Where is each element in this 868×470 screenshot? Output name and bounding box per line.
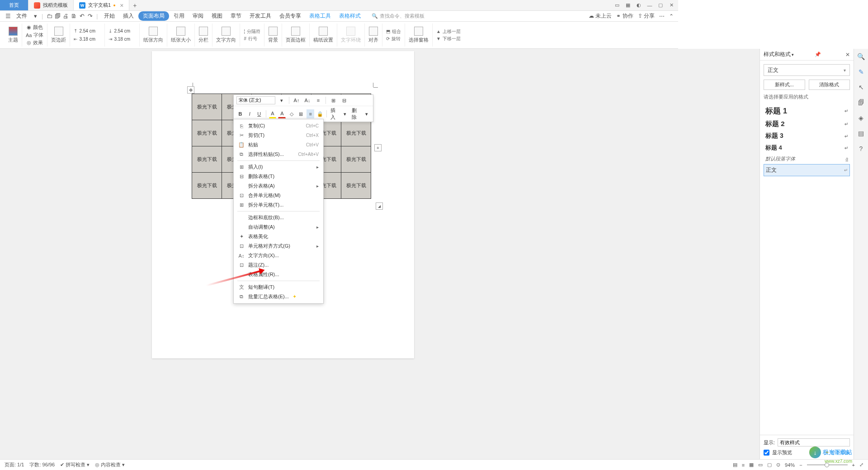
ctx-caption[interactable]: ⊡题注(Z)... — [234, 260, 323, 270]
font-color-icon[interactable]: A — [278, 109, 286, 118]
ctx-paste-special[interactable]: ⧉选择性粘贴(S)...Ctrl+Alt+V — [234, 150, 323, 159]
menu-table-style[interactable]: 表格样式 — [335, 11, 364, 21]
tab-document[interactable]: W 文字文稿1 × — [74, 0, 129, 10]
save-as-icon[interactable]: 🗐 — [54, 13, 61, 20]
increase-font-icon[interactable]: A↑ — [292, 96, 301, 105]
ribbon-selection-pane[interactable]: 选择窗格 — [405, 24, 433, 47]
ribbon-theme[interactable]: 主题 — [5, 24, 22, 47]
undo-icon[interactable]: ↶ — [78, 13, 85, 20]
ctx-merge-cell[interactable]: ⊡合并单元格(M) — [234, 191, 323, 200]
color-icon[interactable]: ◉ — [27, 24, 31, 30]
document-page[interactable]: ✥ 极光下载极光下载极光下载极光下载极光下载极光下载极光下载极光下载极光下载极光… — [152, 51, 414, 358]
collapse-ribbon-icon[interactable]: ⌃ — [669, 13, 674, 19]
tab-add[interactable]: + — [129, 0, 140, 10]
ctx-text-direction[interactable]: A↕文字方向(X)... — [234, 251, 323, 260]
chevron-down-icon[interactable]: ▾ — [32, 13, 39, 20]
ctx-cell-align[interactable]: ⊡单元格对齐方式(G)▸ — [234, 241, 323, 251]
ribbon-page-border[interactable]: 页面边框 — [282, 24, 310, 47]
ctx-autofit[interactable]: 自动调整(A)▸ — [234, 222, 323, 232]
menu-file[interactable]: 文件 — [13, 11, 31, 21]
table-cell[interactable]: 极光下载 — [192, 94, 222, 120]
lock-icon[interactable]: 🔒 — [316, 109, 324, 118]
indent-top-input[interactable] — [79, 28, 101, 35]
delete-menu-caret[interactable]: ▾ — [363, 109, 370, 118]
ctx-cut[interactable]: ✂剪切(T)Ctrl+X — [234, 131, 323, 140]
insert-icon[interactable]: ⊞ — [329, 96, 338, 105]
italic-icon[interactable]: I — [246, 109, 254, 118]
menu-review[interactable]: 审阅 — [189, 11, 207, 21]
group-icon[interactable]: ⬒ — [386, 29, 390, 34]
skin-icon[interactable]: ◐ — [636, 2, 642, 9]
rotate-icon[interactable]: ⟳ — [386, 36, 390, 41]
search-box[interactable]: 🔍 查找命令、搜索模板 — [372, 13, 425, 19]
linenum-icon[interactable]: # — [244, 36, 246, 41]
ribbon-background[interactable]: 背景 — [264, 24, 282, 47]
ribbon-align[interactable]: 对齐 — [365, 24, 382, 47]
insert-menu-caret[interactable]: ▾ — [341, 109, 349, 118]
table-cell[interactable]: 极光下载 — [341, 120, 371, 146]
print-preview-icon[interactable]: 🗎 — [70, 13, 77, 20]
grid-icon[interactable]: ▦ — [625, 2, 631, 9]
underline-icon[interactable]: U — [255, 109, 263, 118]
coop-button[interactable]: ⚭ 协作 — [616, 12, 633, 20]
window-close-icon[interactable]: ✕ — [668, 2, 675, 9]
save-icon[interactable]: 🗀 — [46, 13, 53, 20]
close-icon[interactable]: × — [120, 2, 123, 9]
ribbon-wrap[interactable]: 文字环绕 — [337, 24, 365, 47]
font-size-selector[interactable]: ▾ — [277, 96, 286, 105]
bold-icon[interactable]: B — [236, 109, 244, 118]
align-icon[interactable]: ≡ — [307, 109, 314, 118]
ctx-border-shading[interactable]: 边框和底纹(B)... — [234, 213, 323, 222]
delete-table-icon[interactable]: ⊟ — [340, 96, 349, 105]
menu-view[interactable]: 视图 — [208, 11, 226, 21]
ctx-insert[interactable]: ⊞插入(I)▸ — [234, 162, 323, 172]
ribbon-orientation[interactable]: 纸张方向 — [140, 24, 167, 47]
tab-template[interactable]: 找稻壳模板 — [28, 0, 74, 10]
menu-page-layout[interactable]: 页面布局 — [138, 11, 169, 21]
table-cell[interactable]: 极光下载 — [192, 173, 222, 199]
table-cell[interactable]: 极光下载 — [341, 146, 371, 173]
ribbon-size[interactable]: 纸张大小 — [167, 24, 195, 47]
share-button[interactable]: ⇪ 分享 — [638, 12, 655, 20]
ctx-split-cell[interactable]: ⊞拆分单元格(T)... — [234, 200, 323, 210]
ctx-batch-collect[interactable]: ⧉批量汇总表格(E)...✦ — [234, 292, 323, 301]
menu-reference[interactable]: 引用 — [170, 11, 188, 21]
insert-menu[interactable]: 插入 — [330, 107, 340, 121]
tab-home[interactable]: 首页 — [0, 0, 28, 10]
ctx-paste[interactable]: 📋粘贴Ctrl+V — [234, 140, 323, 150]
ctx-split-table[interactable]: 拆分表格(A)▸ — [234, 181, 323, 191]
table-move-handle[interactable]: ✥ — [187, 86, 194, 94]
breaks-icon[interactable]: ¦ — [244, 29, 245, 34]
resize-handle[interactable]: ◢ — [376, 202, 383, 210]
table-cell[interactable]: 极光下载 — [192, 146, 222, 173]
print-icon[interactable]: 🖨 — [62, 13, 69, 20]
minimize-icon[interactable]: — — [646, 2, 653, 9]
ctx-delete-table[interactable]: ⊟删除表格(T) — [234, 172, 323, 181]
indent-bottom-input[interactable] — [114, 28, 136, 35]
font-selector[interactable] — [236, 96, 275, 104]
ribbon-grid-paper[interactable]: 稿纸设置 — [310, 24, 337, 47]
send-backward-icon[interactable]: ▼ — [436, 36, 441, 41]
highlight-icon[interactable]: A — [269, 109, 277, 118]
indent-left-input[interactable] — [79, 36, 101, 43]
fill-color-icon[interactable]: ◇ — [288, 109, 295, 118]
effect-icon[interactable]: ◎ — [27, 40, 31, 46]
table-cell[interactable]: 极光下载 — [192, 120, 222, 146]
menu-devtools[interactable]: 开发工具 — [246, 11, 275, 21]
layout-icon[interactable]: ▭ — [614, 2, 620, 9]
ctx-translate[interactable]: 文短句翻译(T) — [234, 282, 323, 292]
app-menu-icon[interactable]: ☰ — [5, 13, 12, 20]
delete-menu[interactable]: 删除 — [351, 107, 361, 121]
menu-insert[interactable]: 插入 — [119, 11, 137, 21]
menu-start[interactable]: 开始 — [100, 11, 118, 21]
redo-icon[interactable]: ↷ — [86, 13, 94, 20]
ribbon-columns[interactable]: 分栏 — [195, 24, 212, 47]
bring-forward-icon[interactable]: ▲ — [436, 29, 441, 34]
maximize-icon[interactable]: ▢ — [657, 2, 664, 9]
menu-table-tools[interactable]: 表格工具 — [306, 11, 335, 21]
menu-section[interactable]: 章节 — [227, 11, 245, 21]
decrease-font-icon[interactable]: A↓ — [303, 96, 312, 105]
ctx-beautify[interactable]: ✦表格美化 — [234, 232, 323, 241]
table-cell[interactable]: 极光下载 — [341, 173, 371, 199]
add-column-handle[interactable]: + — [374, 144, 382, 151]
